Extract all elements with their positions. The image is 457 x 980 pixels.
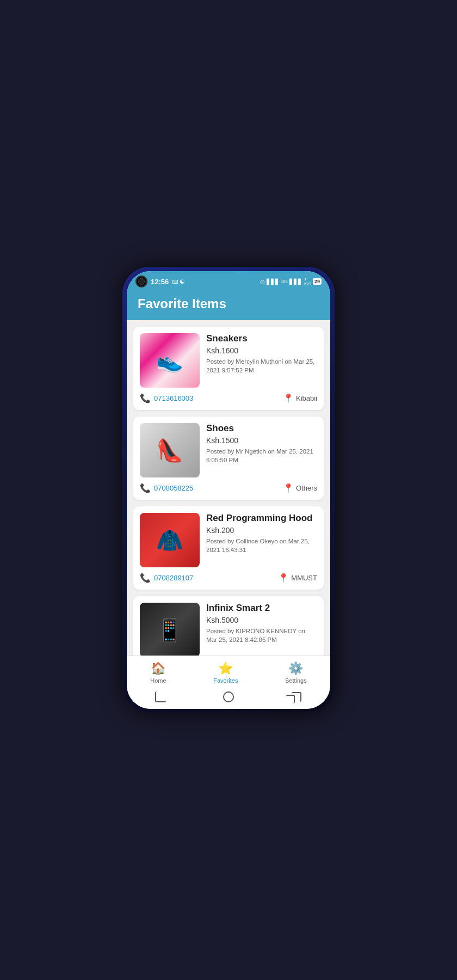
card-footer-shoes: 📞 0708058225 📍 Others [140,483,317,493]
home-label: Home [150,677,166,684]
card-details-hoodie: Red Programming Hood Ksh.200 Posted by C… [206,513,317,567]
item-price-hoodie: Ksh.200 [206,526,317,535]
item-title-phone: Infinix Smart 2 [206,603,317,614]
item-image-phone [140,603,200,656]
battery-indicator: 29 [313,278,322,285]
signal-icon-2: ▋▋▋ [289,279,302,285]
app-header: Favorite Items [127,291,330,320]
phone-number-hoodie[interactable]: 0708289107 [154,574,193,582]
recents-button[interactable] [290,690,303,703]
bottom-nav: 🏠 Home ⭐ Favorites ⚙️ Settings [127,656,330,687]
phone-number-shoes[interactable]: 0708058225 [154,484,193,492]
home-button[interactable] [222,690,235,703]
back-button[interactable] [154,690,167,703]
item-card-sneakers[interactable]: Sneakers Ksh.1600 Posted by Mercylin Mut… [133,327,324,410]
system-nav [127,687,330,709]
card-footer-hoodie: 📞 0708289107 📍 MMUST [140,573,317,583]
item-title-hoodie: Red Programming Hood [206,513,317,524]
item-posted-phone: Posted by KIPRONO KENNEDY on Mar 25, 202… [206,627,317,644]
phone-number-sneakers[interactable]: 0713616003 [154,394,193,402]
item-price-phone: Ksh.5000 [206,616,317,624]
status-icons: ◎ ▋▋▋ 3G ▋▋▋ 1K/S 29 [260,277,322,286]
item-title-shoes: Shoes [206,423,317,434]
item-posted-hoodie: Posted by Collince Okeyo on Mar 25, 2021… [206,537,317,554]
location-pin-icon-sneakers: 📍 [283,393,294,403]
phone-contact-shoes[interactable]: 📞 0708058225 [140,483,193,493]
item-price-sneakers: Ksh.1600 [206,346,317,355]
speed-icon: 1K/S [304,277,311,286]
location-info-shoes: 📍 Others [283,483,317,493]
item-posted-sneakers: Posted by Mercylin Muthoni on Mar 25, 20… [206,357,317,375]
status-notifications: 🖂 ☯ [172,278,185,285]
phone-screen: 12:56 🖂 ☯ ◎ ▋▋▋ 3G ▋▋▋ 1K/S 29 Favorite … [127,271,330,709]
phone-contact-sneakers[interactable]: 📞 0713616003 [140,393,193,403]
status-left: 12:56 🖂 ☯ [135,275,185,287]
item-image-hoodie [140,513,200,567]
content-area: Sneakers Ksh.1600 Posted by Mercylin Mut… [127,320,330,656]
page-title: Favorite Items [138,296,319,311]
item-image-shoes [140,423,200,477]
favorites-icon: ⭐ [218,661,233,676]
phone-contact-hoodie[interactable]: 📞 0708289107 [140,573,193,583]
card-top-sneakers: Sneakers Ksh.1600 Posted by Mercylin Mut… [140,333,317,388]
settings-icon: ⚙️ [288,661,303,676]
item-title-sneakers: Sneakers [206,333,317,344]
card-top-shoes: Shoes Ksh.1500 Posted by Mr Ngetich on M… [140,423,317,477]
item-image-sneakers [140,333,200,388]
card-top-phone: Infinix Smart 2 Ksh.5000 Posted by KIPRO… [140,603,317,656]
favorites-label: Favorites [213,677,238,684]
item-posted-shoes: Posted by Mr Ngetich on Mar 25, 2021 6:0… [206,447,317,464]
location-text-hoodie: MMUST [291,574,317,582]
phone-icon-hoodie: 📞 [140,573,151,583]
nav-settings[interactable]: ⚙️ Settings [285,661,307,684]
nav-home[interactable]: 🏠 Home [150,661,166,684]
location-text-sneakers: Kibabii [296,394,317,402]
card-details-sneakers: Sneakers Ksh.1600 Posted by Mercylin Mut… [206,333,317,388]
settings-label: Settings [285,677,307,684]
location-text-shoes: Others [296,484,317,492]
location-info-hoodie: 📍 MMUST [278,573,317,583]
location-pin-icon-shoes: 📍 [283,483,294,493]
card-top-hoodie: Red Programming Hood Ksh.200 Posted by C… [140,513,317,567]
status-time: 12:56 [151,278,169,286]
item-card-phone[interactable]: Infinix Smart 2 Ksh.5000 Posted by KIPRO… [133,596,324,656]
camera-icon [135,275,147,287]
location-info-sneakers: 📍 Kibabii [283,393,317,403]
nav-favorites[interactable]: ⭐ Favorites [213,661,238,684]
phone-frame: 12:56 🖂 ☯ ◎ ▋▋▋ 3G ▋▋▋ 1K/S 29 Favorite … [122,267,335,713]
card-details-phone: Infinix Smart 2 Ksh.5000 Posted by KIPRO… [206,603,317,656]
item-card-shoes[interactable]: Shoes Ksh.1500 Posted by Mr Ngetich on M… [133,416,324,500]
phone-icon-shoes: 📞 [140,483,151,493]
network-type-icon: 3G [281,279,288,284]
card-footer-sneakers: 📞 0713616003 📍 Kibabii [140,393,317,403]
home-icon: 🏠 [151,661,165,676]
status-bar: 12:56 🖂 ☯ ◎ ▋▋▋ 3G ▋▋▋ 1K/S 29 [127,271,330,291]
phone-icon-sneakers: 📞 [140,393,151,403]
location-status-icon: ◎ [260,279,265,285]
card-details-shoes: Shoes Ksh.1500 Posted by Mr Ngetich on M… [206,423,317,477]
item-card-hoodie[interactable]: Red Programming Hood Ksh.200 Posted by C… [133,506,324,590]
item-price-shoes: Ksh.1500 [206,436,317,445]
signal-icon: ▋▋▋ [267,279,280,285]
location-pin-icon-hoodie: 📍 [278,573,289,583]
